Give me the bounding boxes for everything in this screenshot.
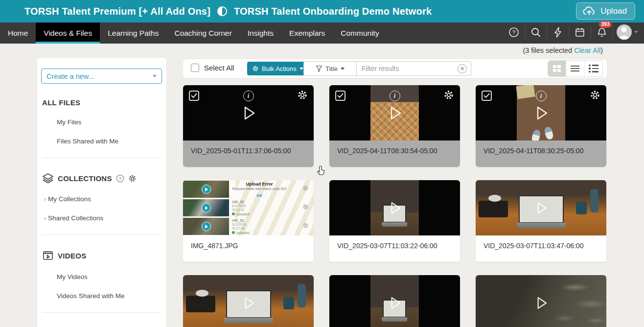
play-icon[interactable]	[530, 102, 552, 124]
desk-object	[298, 284, 306, 307]
sidebar-item-my-collections[interactable]: ›My Collections	[44, 195, 161, 203]
nav-item-videos-files[interactable]: Videos & Files	[36, 23, 100, 44]
list-view-button[interactable]	[566, 61, 584, 76]
file-card[interactable]: Upload Error Request failed with status …	[183, 180, 314, 262]
gear-icon[interactable]	[128, 174, 137, 183]
svg-text:?: ?	[512, 29, 515, 35]
sidebar-item-my-files[interactable]: My Files	[57, 118, 161, 126]
sidebar-item-shared-collections[interactable]: ›Shared Collections	[44, 214, 161, 222]
play-icon	[202, 185, 211, 194]
sidebar-item-my-videos[interactable]: My Videos	[57, 273, 161, 280]
filter-results-input[interactable]	[357, 65, 458, 72]
file-card[interactable]	[183, 275, 314, 327]
grid-view-button[interactable]	[548, 61, 566, 76]
info-icon[interactable]: i	[243, 91, 254, 101]
layers-icon	[42, 173, 54, 184]
help-button[interactable]: ?	[503, 26, 525, 39]
nav-item-learning-paths[interactable]: Learning Paths	[100, 23, 166, 44]
video-thumbnail[interactable]: i	[329, 85, 460, 140]
app-header: TORSH Talent Premium [+ All Add Ons] TOR…	[0, 0, 644, 23]
bell-icon	[597, 27, 607, 38]
sidebar-item-videos-shared[interactable]: Videos Shared with Me	[57, 292, 161, 300]
info-icon[interactable]: i	[390, 91, 400, 101]
gear-icon[interactable]	[297, 90, 308, 102]
desk-object	[283, 297, 294, 309]
video-thumbnail[interactable]: i	[183, 85, 314, 140]
play-icon[interactable]	[238, 102, 259, 124]
video-thumbnail[interactable]	[476, 275, 606, 327]
chevron-right-icon: ›	[44, 196, 46, 203]
video-thumbnail[interactable]	[329, 275, 460, 327]
image-thumbnail[interactable]: Upload Error Request failed with status …	[183, 180, 314, 235]
select-all-checkbox[interactable]	[191, 64, 199, 72]
create-new-select[interactable]: Create a new...	[41, 69, 162, 84]
search-button[interactable]	[525, 26, 547, 39]
play-icon[interactable]	[531, 198, 551, 218]
file-title: VID_2025-04-11T08:30:25-05:00	[476, 140, 606, 167]
video-thumbnail[interactable]: i	[476, 85, 606, 140]
info-icon[interactable]: i	[536, 91, 547, 101]
cloud-upload-icon	[582, 6, 596, 16]
clear-filter-icon[interactable]: ✕	[458, 64, 467, 73]
videos-heading[interactable]: VIDEOS	[41, 250, 161, 261]
bulk-actions-button[interactable]: Bulk Actions	[247, 62, 308, 75]
chevron-down-icon	[299, 68, 303, 70]
activity-button[interactable]	[547, 26, 569, 39]
check-icon	[191, 93, 197, 98]
file-card[interactable]: i VID_2025-04-11T08:30:54-05:00	[329, 85, 460, 167]
mini-video-thumb	[183, 181, 229, 198]
nav-item-community[interactable]: Community	[333, 23, 387, 44]
notification-count-badge: 393	[599, 21, 612, 28]
play-icon[interactable]	[385, 293, 405, 313]
play-icon[interactable]	[385, 198, 405, 218]
gear-icon[interactable]	[443, 90, 454, 102]
all-files-heading[interactable]: ALL FILES	[41, 98, 161, 107]
gear-icon	[252, 65, 259, 72]
upload-button[interactable]: Upload	[576, 2, 635, 20]
sidebar: Create a new... ALL FILES My Files Files…	[37, 58, 166, 327]
desk-object	[186, 296, 215, 312]
file-title: VID_2025-03-07T11:03:47-06:00	[476, 235, 606, 262]
selected-checkbox[interactable]	[335, 91, 345, 101]
brand-titles: TORSH Talent Premium [+ All Add Ons] TOR…	[24, 6, 432, 17]
calendar-button[interactable]	[569, 26, 591, 39]
clear-all-link[interactable]: Clear All	[574, 47, 600, 54]
nav-icon-group: ? 393	[503, 23, 641, 42]
file-title: IMG_4871.JPG	[183, 235, 314, 262]
file-card[interactable]	[476, 275, 606, 327]
upload-error-message: Request failed with status code 503	[230, 187, 289, 191]
file-card[interactable]: i VID_2025-04-11T08:30:25-05:00	[476, 85, 606, 167]
notifications-button[interactable]: 393	[591, 26, 613, 39]
select-all-control[interactable]: Select All	[191, 64, 234, 72]
selection-count-text: (3 files selected	[523, 47, 574, 54]
video-thumbnail[interactable]	[329, 180, 460, 235]
desk-object	[479, 201, 508, 217]
video-thumbnail[interactable]	[183, 275, 314, 327]
account-menu-button[interactable]	[613, 26, 641, 39]
selected-checkbox[interactable]	[482, 91, 492, 101]
file-card[interactable]: VID_2025-03-07T11:03:22-06:00	[329, 180, 460, 262]
play-icon[interactable]	[531, 293, 551, 313]
file-card[interactable]: i VID_2025-05-01T11:37:06-05:00	[183, 85, 314, 167]
collections-section: COLLECTIONS ? ›My Collections ›Shared Co…	[41, 173, 161, 222]
video-thumbnail[interactable]	[476, 180, 606, 235]
help-icon[interactable]: ?	[116, 174, 124, 183]
nav-item-exemplars[interactable]: Exemplars	[281, 23, 333, 44]
play-icon[interactable]	[239, 293, 258, 313]
gear-icon[interactable]	[590, 90, 600, 102]
desk-object	[196, 290, 208, 297]
nav-item-coaching-corner[interactable]: Coaching Corner	[166, 23, 239, 44]
account-avatar	[617, 24, 632, 40]
file-card[interactable]	[329, 275, 460, 327]
collections-heading[interactable]: COLLECTIONS ?	[41, 173, 161, 184]
nav-item-insights[interactable]: Insights	[240, 23, 281, 44]
help-icon: ?	[508, 27, 519, 38]
sidebar-item-files-shared[interactable]: Files Shared with Me	[57, 138, 161, 145]
desk-object	[576, 202, 587, 214]
nav-item-home[interactable]: Home	[0, 23, 36, 44]
filter-field-dropdown[interactable]: Title	[304, 62, 357, 75]
file-card[interactable]: VID_2025-03-07T11:03:47-06:00	[476, 180, 606, 262]
selected-checkbox[interactable]	[189, 91, 199, 101]
play-icon[interactable]	[384, 102, 406, 124]
detail-list-view-button[interactable]	[584, 61, 602, 76]
